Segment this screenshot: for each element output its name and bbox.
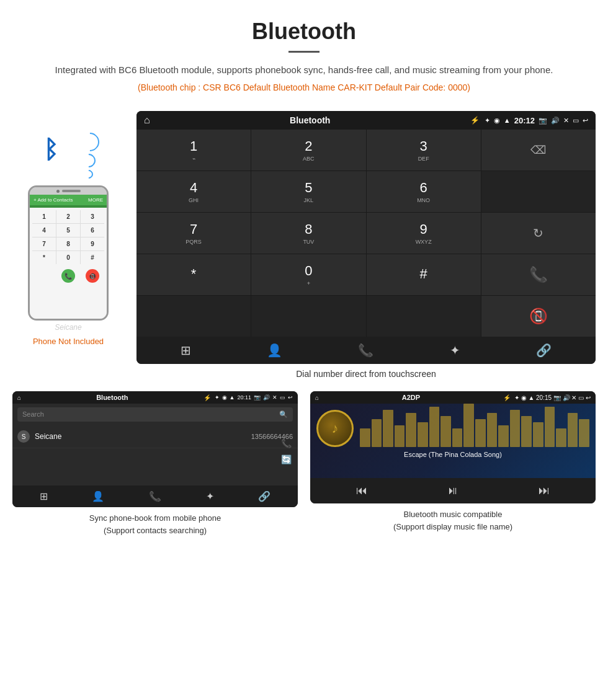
phone-contact-label: + Add to Contacts: [34, 197, 73, 203]
dial-key-5[interactable]: 5JKL: [251, 171, 365, 212]
phone-call-button[interactable]: 📞: [61, 269, 75, 283]
screen-caption: Dial number direct from touchscreen: [136, 369, 596, 379]
bluetooth-symbol-icon: ᛒ: [43, 136, 58, 164]
phone-end-button[interactable]: 📵: [86, 269, 99, 283]
pb-phone-right-icon[interactable]: 📞: [281, 438, 292, 448]
car-nav-link-icon[interactable]: 🔗: [536, 343, 552, 358]
dial-key-19[interactable]: 📵: [481, 296, 596, 337]
phone-top-bar: [30, 187, 107, 195]
dial-key-16: [136, 296, 251, 337]
home-icon[interactable]: ⌂: [144, 115, 150, 126]
pb-bt-icon: ✦: [215, 394, 220, 401]
phone-key-7[interactable]: 7: [32, 237, 56, 250]
wave-large-icon: [77, 129, 103, 155]
phone-key-6[interactable]: 6: [81, 224, 104, 237]
backspace-icon[interactable]: ⌫: [530, 143, 546, 157]
dial-key-1[interactable]: 2ABC: [251, 130, 365, 171]
pb-nav-phone-icon[interactable]: 📞: [149, 490, 161, 502]
viz-bar-1: [372, 419, 382, 447]
dial-key-10[interactable]: 9WXYZ: [367, 213, 481, 254]
phone-frame: + Add to Contacts MORE 1 2 3 4 5 6 7 8 9…: [28, 185, 109, 321]
bottom-screenshots: ⌂ Bluetooth ⚡ ✦ ◉ ▲ 20:11 📷 🔊 ✕ ▭ ↩ Sear…: [0, 391, 608, 536]
back-icon[interactable]: ↩: [583, 117, 588, 125]
phone-key-5[interactable]: 5: [56, 224, 80, 237]
wifi-waves-icon: [81, 133, 99, 179]
ms-win-icon: ▭: [578, 394, 584, 401]
music-play-pause-icon[interactable]: ⏯: [447, 484, 458, 497]
dial-key-6[interactable]: 6MNO: [367, 171, 481, 212]
viz-bar-10: [475, 419, 486, 447]
call-green-icon[interactable]: 📞: [529, 266, 548, 283]
page-specs: (Bluetooth chip : CSR BC6 Default Blueto…: [37, 82, 571, 92]
dial-key-3[interactable]: ⌫: [481, 130, 596, 171]
dial-key-15[interactable]: 📞: [481, 254, 596, 295]
pb-search-icon[interactable]: 🔍: [279, 410, 288, 419]
dialpad-grid: 1⌁2ABC3DEF⌫4GHI5JKL6MNO7PQRS8TUV9WXYZ↻*0…: [136, 130, 596, 337]
phone-screen-top: + Add to Contacts MORE: [30, 195, 107, 205]
usb-icon: ⚡: [470, 116, 480, 125]
wave-medium-icon: [79, 151, 98, 170]
car-nav-keypad-icon[interactable]: ⊞: [181, 343, 191, 358]
music-prev-icon[interactable]: ⏮: [356, 484, 367, 497]
ms-x-icon: ✕: [571, 394, 576, 401]
viz-bar-12: [498, 425, 509, 447]
ms-loc-icon: ◉: [521, 394, 527, 401]
pb-contact-name: Seicane: [35, 432, 246, 441]
phone-key-2[interactable]: 2: [56, 210, 80, 223]
ms-cam-icon: 📷: [553, 394, 561, 401]
dial-key-14[interactable]: #: [367, 254, 481, 295]
car-nav-bluetooth-icon[interactable]: ✦: [450, 343, 460, 358]
viz-bar-13: [510, 410, 521, 447]
ms-back-icon[interactable]: ↩: [586, 394, 591, 401]
phone-more-label: MORE: [88, 197, 103, 203]
ms-usb-icon: ⚡: [503, 394, 511, 401]
ms-title: A2DP: [323, 394, 499, 401]
dial-key-4[interactable]: 4GHI: [136, 171, 251, 212]
pb-refresh-right-icon[interactable]: 🔄: [281, 454, 292, 464]
viz-bar-15: [533, 422, 543, 447]
pb-x-icon: ✕: [272, 394, 277, 401]
call-red-icon[interactable]: 📵: [529, 308, 548, 325]
pb-search-bar[interactable]: Search 🔍: [17, 407, 293, 422]
dial-key-7: [481, 171, 596, 212]
status-icons: ✦ ◉ ▲ 20:12 📷 🔊 ✕ ▭ ↩: [485, 116, 588, 125]
dial-key-17: [251, 296, 365, 337]
refresh-icon[interactable]: ↻: [533, 226, 543, 241]
phone-key-3[interactable]: 3: [81, 210, 104, 223]
dial-key-2[interactable]: 3DEF: [367, 130, 481, 171]
viz-bar-0: [360, 428, 370, 447]
music-main-area: ♪ Escape (The Pina Colada Song): [310, 404, 596, 478]
viz-bar-14: [521, 416, 532, 447]
pb-nav-contacts-icon[interactable]: 👤: [92, 490, 104, 502]
phone-key-hash[interactable]: #: [81, 251, 104, 264]
music-next-icon[interactable]: ⏭: [539, 484, 550, 497]
pb-back-icon[interactable]: ↩: [288, 394, 293, 401]
pb-nav-link-icon[interactable]: 🔗: [258, 490, 270, 502]
car-nav-phone-icon[interactable]: 📞: [358, 343, 373, 358]
pb-nav-keypad-icon[interactable]: ⊞: [40, 490, 48, 502]
pb-status-bar: ⌂ Bluetooth ⚡ ✦ ◉ ▲ 20:11 📷 🔊 ✕ ▭ ↩: [12, 391, 298, 404]
dial-key-12[interactable]: *: [136, 254, 251, 295]
bluetooth-status-icon: ✦: [485, 117, 490, 125]
phone-key-4[interactable]: 4: [32, 224, 56, 237]
phone-action-row: 📞 📵: [30, 267, 107, 285]
ms-home-icon[interactable]: ⌂: [315, 394, 319, 401]
car-nav-contacts-icon[interactable]: 👤: [267, 343, 282, 358]
pb-nav-bt-icon[interactable]: ✦: [206, 490, 214, 502]
viz-bar-4: [406, 413, 416, 447]
viz-bar-11: [487, 413, 498, 447]
dial-key-13[interactable]: 0+: [251, 254, 365, 295]
dial-key-9[interactable]: 8TUV: [251, 213, 365, 254]
phone-camera-icon: [56, 190, 60, 193]
dial-key-11[interactable]: ↻: [481, 213, 596, 254]
ms-status-icons: ✦ ◉ ▲ 20:15 📷 🔊 ✕ ▭ ↩: [514, 394, 591, 401]
phone-key-8[interactable]: 8: [56, 237, 80, 250]
car-screen: ⌂ Bluetooth ⚡ ✦ ◉ ▲ 20:12 📷 🔊 ✕ ▭ ↩ 1⌁2A…: [136, 111, 596, 364]
pb-home-icon[interactable]: ⌂: [17, 394, 21, 401]
phone-key-1[interactable]: 1: [32, 210, 56, 223]
dial-key-0[interactable]: 1⌁: [136, 130, 251, 171]
phone-key-9[interactable]: 9: [81, 237, 104, 250]
phone-key-0[interactable]: 0: [56, 251, 80, 264]
dial-key-8[interactable]: 7PQRS: [136, 213, 251, 254]
phone-key-star[interactable]: *: [32, 251, 56, 264]
